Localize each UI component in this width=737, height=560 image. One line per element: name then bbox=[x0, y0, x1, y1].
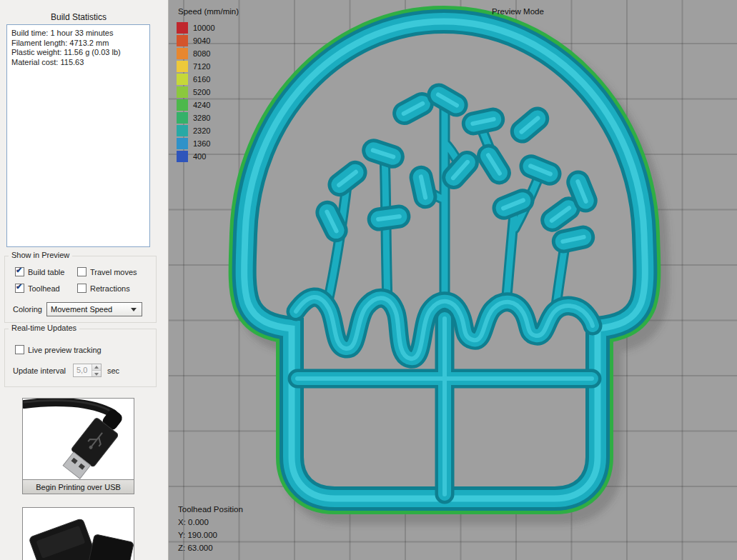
cookie-cutter-object bbox=[244, 21, 646, 499]
coloring-label: Coloring bbox=[13, 305, 42, 314]
print-preview-canvas bbox=[169, 0, 737, 560]
legend-entry: 9040 bbox=[177, 35, 215, 46]
build-statistics-panel: Build time: 1 hour 33 minutes Filament l… bbox=[6, 24, 150, 247]
legend-entry: 2320 bbox=[177, 125, 215, 136]
legend-entry: 6160 bbox=[177, 74, 215, 85]
checkbox-label: Travel moves bbox=[90, 268, 137, 276]
spin-down-button[interactable] bbox=[92, 371, 101, 376]
checkbox-label: Live preview tracking bbox=[28, 346, 102, 354]
legend-swatch bbox=[177, 151, 188, 162]
check-icon: ✔ bbox=[16, 282, 22, 291]
checkbox-box bbox=[77, 267, 86, 276]
sd-card-panel bbox=[22, 507, 134, 560]
build-time-text: Build time: 1 hour 33 minutes bbox=[11, 29, 145, 39]
legend-swatch bbox=[177, 99, 188, 111]
legend-swatch bbox=[177, 48, 188, 59]
realtime-updates-group: Real-time Updates Live preview tracking … bbox=[4, 329, 157, 387]
toolhead-x: X: 0.000 bbox=[178, 516, 243, 529]
coloring-select[interactable]: Movement Speed bbox=[46, 302, 142, 316]
preview-mode-label: Preview Mode bbox=[492, 7, 544, 16]
chevron-down-icon bbox=[131, 308, 137, 311]
legend-entry: 400 bbox=[177, 151, 215, 162]
checkbox-box: ✔ bbox=[15, 267, 24, 276]
material-cost-text: Material cost: 115.63 bbox=[11, 58, 145, 68]
legend-swatch bbox=[177, 138, 188, 149]
speed-legend-title: Speed (mm/min) bbox=[178, 7, 239, 16]
begin-printing-usb-button[interactable]: Begin Printing over USB bbox=[23, 479, 134, 494]
slicer-preview-window: Build Statistics Build time: 1 hour 33 m… bbox=[0, 0, 737, 560]
checkbox-label: Retractions bbox=[90, 284, 130, 293]
sd-card-image bbox=[23, 508, 134, 560]
checkbox-retractions[interactable]: Retractions bbox=[77, 284, 130, 293]
toolhead-position-panel: Toolhead Position X: 0.000 Y: 190.000 Z:… bbox=[178, 503, 243, 554]
legend-entry: 4240 bbox=[177, 99, 215, 111]
plastic-weight-text: Plastic weight: 11.56 g (0.03 lb) bbox=[11, 48, 145, 58]
show-in-preview-title: Show in Preview bbox=[9, 251, 72, 259]
filament-length-text: Filament length: 4713.2 mm bbox=[11, 39, 145, 49]
check-icon: ✔ bbox=[16, 266, 22, 275]
legend-swatch bbox=[177, 35, 188, 46]
checkbox-label: Build table bbox=[28, 268, 64, 276]
toolhead-z: Z: 63.000 bbox=[178, 541, 243, 554]
legend-entry: 1360 bbox=[177, 138, 215, 149]
checkbox-box: ✔ bbox=[15, 284, 24, 293]
checkbox-travel-moves[interactable]: Travel moves bbox=[77, 267, 137, 276]
usb-cable-image bbox=[23, 399, 134, 479]
legend-entry: 8080 bbox=[177, 48, 215, 59]
checkbox-build-table[interactable]: ✔ Build table bbox=[15, 267, 64, 276]
checkbox-live-preview-tracking[interactable]: Live preview tracking bbox=[15, 345, 102, 354]
update-interval-value: 5,0 bbox=[74, 364, 91, 376]
legend-swatch bbox=[177, 125, 188, 136]
update-interval-unit: sec bbox=[107, 366, 119, 375]
legend-swatch bbox=[177, 61, 188, 72]
checkbox-toolhead[interactable]: ✔ Toolhead bbox=[15, 284, 60, 293]
legend-swatch bbox=[177, 86, 188, 98]
legend-swatch bbox=[177, 22, 188, 34]
toolhead-position-title: Toolhead Position bbox=[178, 503, 243, 516]
legend-entry: 7120 bbox=[177, 61, 215, 72]
sidebar: Build Statistics Build time: 1 hour 33 m… bbox=[0, 0, 169, 560]
toolhead-y: Y: 190.000 bbox=[178, 529, 243, 541]
realtime-updates-title: Real-time Updates bbox=[9, 324, 79, 332]
show-in-preview-group: Show in Preview ✔ Build table Travel mov… bbox=[4, 256, 157, 323]
legend-entry: 5200 bbox=[177, 86, 215, 98]
checkbox-box bbox=[77, 284, 86, 293]
legend-entry: 3280 bbox=[177, 112, 215, 124]
checkbox-label: Toolhead bbox=[28, 284, 60, 293]
spin-up-button[interactable] bbox=[92, 364, 101, 371]
update-interval-label: Update interval bbox=[13, 366, 66, 375]
spinner-buttons bbox=[91, 364, 101, 376]
coloring-selected-value: Movement Speed bbox=[51, 305, 131, 314]
checkbox-box bbox=[15, 345, 24, 354]
legend-swatch bbox=[177, 112, 188, 124]
preview-viewport[interactable]: Speed (mm/min) 10000 9040 8080 7120 6160… bbox=[169, 0, 737, 560]
legend-entry: 10000 bbox=[177, 22, 215, 34]
speed-legend: 10000 9040 8080 7120 6160 5200 4240 3280… bbox=[177, 22, 215, 164]
legend-swatch bbox=[177, 74, 188, 85]
build-statistics-title: Build Statistics bbox=[0, 12, 157, 22]
update-interval-spinner[interactable]: 5,0 bbox=[73, 364, 102, 377]
usb-print-panel: Begin Printing over USB bbox=[22, 398, 134, 494]
